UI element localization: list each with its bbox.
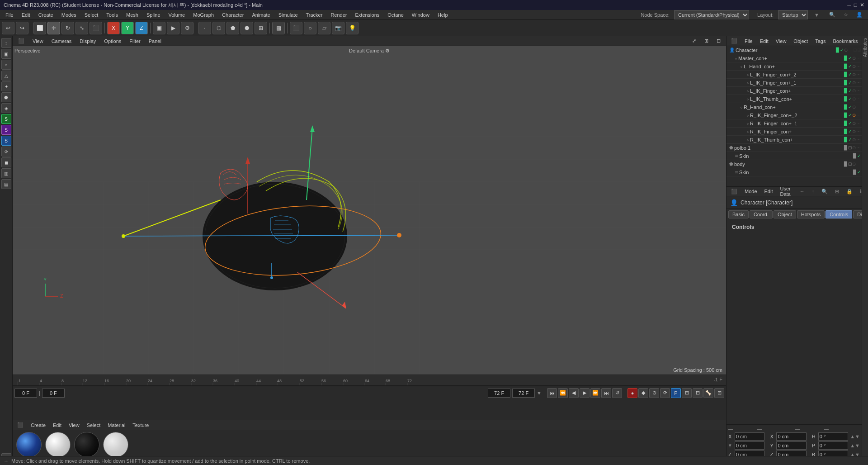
obj-menu-icon[interactable]: ⬛: [728, 37, 740, 45]
axis-z-button[interactable]: Z: [135, 22, 148, 34]
snap-button[interactable]: ⊟: [693, 388, 703, 398]
rotate-tool-button[interactable]: ↻: [61, 22, 74, 34]
end-frame-input[interactable]: [488, 389, 510, 398]
edge-button[interactable]: ⬡: [212, 22, 225, 34]
keyframe-button[interactable]: ◆: [638, 388, 648, 398]
move-tool-button[interactable]: ✛: [47, 22, 60, 34]
polygon-select-button[interactable]: △: [1, 71, 11, 81]
menu-tools[interactable]: Tools: [103, 11, 122, 19]
obj-row-body[interactable]: ⬟ body ▉ ⊡ ⊙ ⋯: [726, 160, 862, 168]
step-back-button[interactable]: ⏪: [558, 388, 568, 398]
render-button[interactable]: ▶: [167, 22, 179, 34]
axis-x-button[interactable]: X: [107, 22, 120, 34]
menu-simulate[interactable]: Simulate: [275, 11, 302, 19]
loop-button[interactable]: ↺: [612, 388, 622, 398]
obj-row-l-ik-finger[interactable]: ⬦ L_IK_Finger_con+ ▉ ✓ ⊙ ⋯: [726, 87, 862, 95]
extra-button[interactable]: ⊡: [714, 388, 724, 398]
coord-x-pos-input[interactable]: [735, 432, 764, 441]
star-icon[interactable]: ☆: [840, 11, 852, 19]
total-frame-input[interactable]: [512, 389, 535, 398]
menu-volume[interactable]: Volume: [165, 11, 189, 19]
object-mode-button[interactable]: ▣: [153, 22, 165, 34]
obj-row-l-hand[interactable]: ⬦ L_Hand_con+ ▉ ✓ ⊙ ⋯: [726, 62, 862, 71]
search-icon[interactable]: 🔍: [826, 11, 839, 19]
select-filter-button[interactable]: ▩: [272, 22, 285, 34]
attr-tab-controls[interactable]: Controls: [826, 210, 852, 218]
layer-button[interactable]: P: [671, 388, 681, 398]
vp-tab-options[interactable]: Options: [100, 38, 125, 45]
scale-tool-button[interactable]: ⤡: [75, 22, 88, 34]
menu-create[interactable]: Create: [35, 11, 57, 19]
coord-x-rot-input[interactable]: [776, 432, 806, 441]
play-button[interactable]: ▶: [580, 388, 590, 398]
attr-menu-icon[interactable]: ⬛: [728, 188, 740, 195]
mat-tab-material[interactable]: Material: [105, 422, 128, 429]
s2-button[interactable]: S: [1, 125, 11, 135]
menu-file[interactable]: File: [2, 11, 17, 19]
menu-edit[interactable]: Edit: [18, 11, 34, 19]
attr-tab-basic[interactable]: Basic: [728, 210, 749, 218]
attr-tab-object[interactable]: Object: [774, 210, 796, 218]
menu-animate[interactable]: Animate: [248, 11, 274, 19]
menu-spline[interactable]: Spline: [143, 11, 164, 19]
floor-prim-button[interactable]: ▱: [318, 22, 330, 34]
obj-row-l-ik-thumb[interactable]: ⬦ L_IK_Thumb_con+ ▉ ✓ ⊙ ⋯: [726, 95, 862, 103]
auto-key-button[interactable]: ⊙: [649, 388, 659, 398]
vp-layout-icon[interactable]: ⊟: [713, 37, 724, 45]
mat-tab-edit[interactable]: Edit: [50, 422, 64, 429]
obj-row-skin2[interactable]: ≋ Skin ▉ ✓: [726, 168, 862, 176]
menu-mesh[interactable]: Mesh: [123, 11, 142, 19]
camera-button[interactable]: 📷: [332, 22, 344, 34]
point-button[interactable]: ·: [198, 22, 211, 34]
mat-tab-create[interactable]: Create: [28, 422, 48, 429]
s3-button[interactable]: S: [1, 136, 11, 146]
layout-select[interactable]: Startup: [778, 10, 808, 19]
light-button[interactable]: 💡: [346, 22, 359, 34]
coord-p-input[interactable]: [818, 441, 848, 450]
motion-path-button[interactable]: ⟳: [660, 388, 670, 398]
axis-y-button[interactable]: Y: [121, 22, 134, 34]
attr-tab-coord[interactable]: Coord.: [750, 210, 773, 218]
vp-controls-icon[interactable]: ⤢: [689, 37, 700, 45]
menu-select[interactable]: Select: [81, 11, 102, 19]
record-button[interactable]: ●: [627, 388, 637, 398]
weld-button[interactable]: ▤: [1, 179, 11, 189]
timeline-ruler[interactable]: -1 F -1 4 8 12 16 20 24 28 32 36: [13, 375, 726, 386]
select-lt-button[interactable]: ▣: [1, 49, 11, 59]
obj-tab-view[interactable]: View: [773, 38, 789, 45]
go-start-button[interactable]: ⏮: [547, 388, 557, 398]
attr-tab-userdata[interactable]: User Data: [778, 185, 793, 198]
obj-row-l-ik-finger1[interactable]: ⬦ L_IK_Finger_con+_1 ▉ ✓ ⊙ ⋯: [726, 79, 862, 87]
coord-h-input[interactable]: [818, 432, 848, 441]
obj-row-l-ik-finger2[interactable]: ⬦ L_IK_Finger_con+_2 ▉ ✓ ⊙ ⋯: [726, 71, 862, 79]
knife-button[interactable]: ⟳: [1, 147, 11, 157]
attr-search-icon[interactable]: 🔍: [819, 188, 830, 195]
obj-row-r-ik-finger2[interactable]: ⬦ R_IK_Finger_con+_2 ▉ ✓ ⊙ ⋯: [726, 111, 862, 119]
poly-button[interactable]: ⬟: [226, 22, 239, 34]
obj-tab-file[interactable]: File: [742, 38, 755, 45]
vp-tab-view[interactable]: View: [29, 38, 47, 45]
obj-row-r-hand[interactable]: ⬦ R_Hand_con+ ▉ ✓ ⊙ ⋯: [726, 103, 862, 111]
attr-filter-icon[interactable]: ⊟: [832, 188, 842, 195]
s1-button[interactable]: S: [1, 114, 11, 124]
vp-tab-filter[interactable]: Filter: [126, 38, 144, 45]
attr-lock-icon[interactable]: 🔒: [844, 188, 855, 195]
obj-row-skin1[interactable]: ≋ Skin ▉ ✓: [726, 152, 862, 160]
attr-back-icon[interactable]: ←: [797, 188, 807, 195]
grid-button[interactable]: ⊞: [682, 388, 692, 398]
move-lt-button[interactable]: ↕: [1, 38, 11, 48]
obj-row-r-ik-finger1[interactable]: ⬦ R_IK_Finger_con+_1 ▉ ✓ ⊙ ⋯: [726, 119, 862, 128]
current-frame-input[interactable]: [14, 389, 37, 398]
viewport-camera-label[interactable]: Default Camera ⚙: [349, 48, 390, 54]
menu-mograph[interactable]: MoGraph: [189, 11, 217, 19]
coord-y-pos-input[interactable]: [735, 441, 764, 450]
extrude-button[interactable]: ⬟: [1, 92, 11, 102]
minimize-button[interactable]: ─: [847, 2, 851, 8]
obj-row-character[interactable]: 👤 Character ▉ ✓ ⊙ ⋯ ⊡ ⊞: [726, 46, 862, 54]
bevel-button[interactable]: ◈: [1, 103, 11, 113]
obj-tab-object[interactable]: Object: [791, 38, 811, 45]
obj-tab-edit[interactable]: Edit: [757, 38, 771, 45]
lasso-button[interactable]: ○: [1, 60, 11, 70]
uvw-button[interactable]: ⬣: [241, 22, 253, 34]
mat-tab-texture[interactable]: Texture: [130, 422, 151, 429]
